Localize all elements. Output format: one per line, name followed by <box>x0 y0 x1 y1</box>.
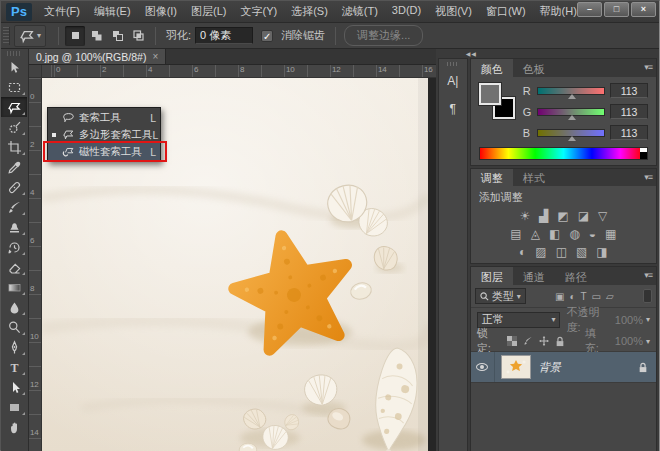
adjustment-icon[interactable]: ◩ <box>557 210 568 222</box>
tool-dodge[interactable] <box>1 317 27 337</box>
adjustment-icon[interactable]: ◬ <box>531 228 540 240</box>
refine-edge-button[interactable]: 调整边缘... <box>344 25 423 46</box>
antialias-checkbox[interactable]: ✓ <box>261 30 273 42</box>
panel-menu-icon[interactable]: ▾≡ <box>644 172 652 182</box>
lock-position-icon[interactable] <box>539 336 549 346</box>
menu-item[interactable]: 文字(Y) <box>240 4 277 19</box>
menu-item[interactable]: 视图(V) <box>435 4 472 19</box>
tab-layers[interactable]: 图层 <box>471 267 513 285</box>
blue-slider[interactable] <box>537 129 605 137</box>
adjustment-icon[interactable]: ☀ <box>519 210 530 222</box>
menu-item[interactable]: 选择(S) <box>291 4 328 19</box>
antialias-label[interactable]: 消除锯齿 <box>281 28 325 43</box>
slider-thumb[interactable] <box>568 94 576 99</box>
menu-item[interactable]: 图层(L) <box>191 4 226 19</box>
tool-rectangular-marquee[interactable] <box>1 77 27 97</box>
document-tab[interactable]: 0.jpg @ 100%(RGB/8#) × <box>29 49 166 64</box>
tab-paths[interactable]: 路径 <box>555 267 597 285</box>
menu-item-magnetic-lasso-tool[interactable]: 磁性套索工具 L <box>48 143 160 160</box>
menu-item[interactable]: 3D(D) <box>392 4 421 19</box>
adjustment-icon[interactable]: ◨ <box>596 246 607 258</box>
maximize-button[interactable]: □ <box>604 2 629 17</box>
adjustment-icon[interactable]: ▦ <box>605 228 616 240</box>
panel-menu-icon[interactable]: ▾≡ <box>644 62 652 72</box>
adjustment-icon[interactable]: ◧ <box>549 228 560 240</box>
adjustment-icon[interactable]: ▽ <box>598 210 607 222</box>
tab-color[interactable]: 颜色 <box>471 59 513 77</box>
red-value[interactable]: 113 <box>610 83 648 98</box>
add-to-selection-button[interactable] <box>86 26 106 46</box>
visibility-cell[interactable] <box>471 352 495 382</box>
panel-menu-icon[interactable]: ▾≡ <box>644 270 652 280</box>
menu-item[interactable]: 滤镜(T) <box>342 4 378 19</box>
adjustment-icon[interactable]: ◫ <box>556 246 567 258</box>
tool-eraser[interactable] <box>1 257 27 277</box>
menu-item[interactable]: 文件(F) <box>44 4 80 19</box>
lock-image-icon[interactable] <box>523 336 533 346</box>
menu-item[interactable]: 图像(I) <box>145 4 177 19</box>
tab-styles[interactable]: 样式 <box>513 169 555 186</box>
intersect-selection-button[interactable] <box>128 26 148 46</box>
slider-thumb[interactable] <box>568 136 576 141</box>
layer-filter-icon[interactable]: ▭ <box>592 291 601 302</box>
green-slider[interactable] <box>537 108 605 116</box>
lock-all-icon[interactable] <box>555 336 565 347</box>
menu-item-lasso-tool[interactable]: 套索工具 L <box>48 109 160 126</box>
adjustment-icon[interactable]: ◐ <box>519 246 526 258</box>
collapse-panels-icon[interactable]: ◀◀ <box>466 50 477 57</box>
tool-pen[interactable] <box>1 337 27 357</box>
layer-row-background[interactable]: 背景 <box>471 352 656 383</box>
tool-crop[interactable] <box>1 137 27 157</box>
tool-path-selection[interactable] <box>1 377 27 397</box>
foreground-color-swatch[interactable] <box>479 83 501 105</box>
menu-item[interactable]: 编辑(E) <box>94 4 131 19</box>
tool-gradient[interactable] <box>1 277 27 297</box>
menu-item[interactable]: 窗口(W) <box>486 4 526 19</box>
character-panel-button[interactable]: A| <box>441 70 465 92</box>
tab-channels[interactable]: 通道 <box>513 267 555 285</box>
tool-quick-selection[interactable] <box>1 117 27 137</box>
adjustment-icon[interactable]: ▧ <box>576 246 587 258</box>
menu-item[interactable]: 帮助(H) <box>540 4 577 19</box>
layer-thumbnail[interactable] <box>501 355 531 379</box>
adjustment-icon[interactable]: ◍ <box>569 228 579 240</box>
paragraph-panel-button[interactable]: ¶ <box>441 98 465 120</box>
adjustment-icon[interactable]: ◪ <box>578 210 589 222</box>
tool-type[interactable]: T <box>1 357 27 377</box>
tool-brush[interactable] <box>1 197 27 217</box>
tool-rectangle-shape[interactable] <box>1 397 27 417</box>
tool-eyedropper[interactable] <box>1 157 27 177</box>
tool-history-brush[interactable] <box>1 237 27 257</box>
tab-close-icon[interactable]: × <box>152 51 158 62</box>
adjustment-icon[interactable]: ▤ <box>510 228 521 240</box>
opacity-select[interactable]: 100%▾ <box>615 314 650 326</box>
feather-input[interactable] <box>195 27 253 44</box>
close-button[interactable]: × <box>631 2 656 17</box>
tool-lasso[interactable] <box>1 97 27 117</box>
layer-filter-toggle[interactable] <box>643 289 652 303</box>
layer-filter-icon[interactable]: T <box>580 291 586 302</box>
adjustment-icon[interactable]: ▟ <box>539 210 548 222</box>
tool-healing-brush[interactable] <box>1 177 27 197</box>
tab-adjustments[interactable]: 调整 <box>471 169 513 186</box>
minimize-button[interactable]: – <box>577 2 602 17</box>
adjustment-icon[interactable]: ▨ <box>535 246 546 258</box>
new-selection-button[interactable] <box>65 26 85 46</box>
layer-filter-icon[interactable]: ◐ <box>569 291 575 302</box>
color-spectrum-ramp[interactable] <box>479 147 648 160</box>
subtract-from-selection-button[interactable] <box>107 26 127 46</box>
tab-swatches[interactable]: 色板 <box>513 59 555 77</box>
strip-grip[interactable] <box>447 62 459 66</box>
adjustment-icon[interactable]: ◒ <box>589 228 596 240</box>
tool-preset-picker[interactable]: ▾ <box>14 25 46 47</box>
layer-filter-icon[interactable]: ▱ <box>606 291 614 302</box>
layer-filter-icon[interactable]: ▣ <box>555 291 564 302</box>
tool-hand[interactable] <box>1 417 27 437</box>
lock-transparency-icon[interactable] <box>507 336 517 346</box>
green-value[interactable]: 113 <box>610 104 648 119</box>
blue-value[interactable]: 113 <box>610 125 648 140</box>
tool-move[interactable] <box>1 57 27 77</box>
toolbox-grip[interactable] <box>7 51 21 56</box>
layer-filter-kind-select[interactable]: 类型 ▾ <box>475 288 526 304</box>
red-slider[interactable] <box>537 87 605 95</box>
